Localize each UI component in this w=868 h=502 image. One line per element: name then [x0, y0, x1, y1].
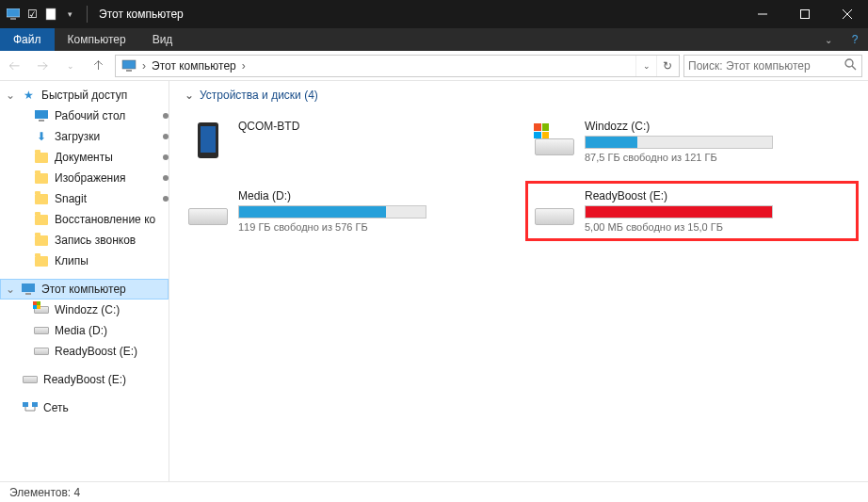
svg-line-10 [852, 66, 856, 70]
sidebar-item-label: Загрузки [55, 130, 100, 143]
pin-icon [163, 113, 169, 119]
breadcrumb-segment[interactable]: Этот компьютер [148, 59, 240, 73]
device-drive-c[interactable]: Windozz (C:) 87,5 ГБ свободно из 121 ГБ [525, 111, 859, 171]
section-title: Устройства и диски (4) [200, 89, 318, 102]
svg-rect-11 [35, 110, 48, 119]
search-input[interactable] [688, 59, 858, 73]
sidebar-drive-e[interactable]: ReadyBoost (E:) [0, 341, 169, 362]
chevron-down-icon[interactable]: ⌄ [6, 283, 15, 296]
sidebar-item-label: ReadyBoost (E:) [43, 373, 126, 386]
device-name: Windozz (C:) [585, 120, 850, 133]
device-name: ReadyBoost (E:) [585, 189, 850, 202]
sidebar-item-label: Рабочий стол [55, 109, 125, 122]
section-header[interactable]: ⌄ Устройства и диски (4) [179, 89, 859, 102]
sidebar-item-snagit[interactable]: Snagit [0, 188, 169, 209]
recent-locations-icon[interactable]: ⌄ [58, 54, 83, 78]
menu-view[interactable]: Вид [139, 28, 186, 51]
close-button[interactable] [826, 0, 868, 28]
sidebar-drive-c[interactable]: Windozz (C:) [0, 300, 169, 320]
menubar: Файл Компьютер Вид ⌄ ? [0, 28, 868, 51]
up-button[interactable]: 🡡 [87, 54, 111, 78]
sidebar-item-label: Документы [55, 151, 113, 164]
phone-icon [187, 120, 229, 161]
sidebar-item-label: Запись звонков [55, 234, 136, 247]
device-stat: 119 ГБ свободно из 576 ГБ [238, 221, 504, 233]
computer-icon [21, 282, 36, 297]
svg-rect-4 [800, 10, 809, 19]
sidebar-readyboost[interactable]: ReadyBoost (E:) [0, 369, 169, 390]
sidebar-item-label: Сеть [43, 401, 69, 414]
sidebar: ⌄ ★ Быстрый доступ Рабочий стол ⬇ Загруз… [0, 81, 169, 481]
chevron-down-icon[interactable]: ⌄ [6, 89, 15, 102]
refresh-icon[interactable]: ↻ [656, 56, 677, 76]
hdd-icon [187, 189, 229, 231]
address-dropdown-icon[interactable]: ⌄ [635, 56, 656, 76]
sidebar-item-clips[interactable]: Клипы [0, 251, 169, 271]
svg-rect-8 [126, 70, 132, 72]
back-button[interactable]: 🡠 [2, 54, 26, 78]
device-drive-e[interactable]: ReadyBoost (E:) 5,00 МБ свободно из 15,0… [525, 181, 859, 241]
folder-icon [34, 191, 49, 206]
sidebar-drive-d[interactable]: Media (D:) [0, 320, 169, 341]
sidebar-item-documents[interactable]: Документы [0, 147, 169, 168]
svg-rect-15 [23, 402, 28, 407]
search-box[interactable] [683, 55, 862, 77]
sidebar-item-label: Этот компьютер [41, 283, 126, 296]
folder-icon [34, 253, 49, 268]
usage-bar [585, 205, 773, 219]
device-stat: 5,00 МБ свободно из 15,0 ГБ [585, 221, 850, 233]
sidebar-this-pc[interactable]: ⌄ Этот компьютер [0, 279, 169, 300]
device-phone[interactable]: QCOM-BTD [179, 111, 512, 171]
sidebar-item-desktop[interactable]: Рабочий стол [0, 105, 169, 126]
svg-rect-0 [7, 8, 20, 17]
os-drive-icon [534, 120, 575, 161]
statusbar: Элементов: 4 [0, 481, 868, 502]
qat-new-icon[interactable] [43, 7, 58, 22]
pin-icon [163, 134, 169, 139]
address-bar[interactable]: › Этот компьютер › ⌄ ↻ [115, 55, 680, 77]
qat-properties-icon[interactable]: ☑ [24, 7, 40, 22]
menu-file[interactable]: Файл [0, 28, 55, 51]
device-name: QCOM-BTD [238, 120, 504, 133]
folder-icon [34, 212, 49, 227]
device-drive-d[interactable]: Media (D:) 119 ГБ свободно из 576 ГБ [179, 181, 512, 241]
folder-icon [34, 233, 49, 248]
maximize-button[interactable] [783, 0, 826, 28]
sidebar-item-callrec[interactable]: Запись звонков [0, 230, 169, 251]
pin-icon [163, 154, 169, 160]
forward-button[interactable]: 🡢 [30, 54, 55, 78]
sidebar-item-recovery[interactable]: Восстановление ко [0, 209, 169, 230]
help-icon[interactable]: ? [842, 28, 868, 51]
sidebar-item-downloads[interactable]: ⬇ Загрузки [0, 126, 169, 147]
downloads-icon: ⬇ [34, 129, 49, 144]
svg-rect-1 [10, 18, 16, 20]
device-name: Media (D:) [238, 189, 504, 202]
folder-icon [34, 150, 49, 165]
ribbon-expand-icon[interactable]: ⌄ [815, 28, 842, 51]
chevron-down-icon[interactable]: ⌄ [185, 89, 194, 102]
svg-rect-14 [25, 293, 31, 295]
network-icon [23, 400, 38, 415]
chevron-right-icon[interactable]: › [140, 59, 148, 73]
menu-computer[interactable]: Компьютер [55, 28, 139, 51]
usage-bar [585, 136, 773, 149]
sidebar-item-label: Изображения [55, 171, 125, 185]
sidebar-quick-access[interactable]: ⌄ ★ Быстрый доступ [0, 85, 169, 105]
minimize-button[interactable] [741, 0, 783, 28]
system-icon[interactable] [6, 7, 21, 22]
sidebar-item-label: ReadyBoost (E:) [55, 345, 137, 358]
drive-icon [23, 372, 38, 387]
sidebar-item-label: Клипы [55, 254, 88, 267]
qat-dropdown-icon[interactable]: ▾ [62, 7, 77, 22]
search-icon[interactable] [844, 58, 857, 73]
status-text: Элементов: 4 [9, 486, 80, 499]
usage-bar [238, 205, 426, 219]
svg-rect-16 [32, 402, 38, 407]
device-stat: 87,5 ГБ свободно из 121 ГБ [585, 152, 850, 163]
sidebar-item-label: Быстрый доступ [41, 89, 127, 102]
window-title: Этот компьютер [91, 8, 741, 21]
sidebar-item-pictures[interactable]: Изображения [0, 168, 169, 188]
sidebar-network[interactable]: Сеть [0, 397, 169, 418]
chevron-right-icon[interactable]: › [240, 59, 248, 73]
main-content: ⌄ Устройства и диски (4) QCOM-BTD Windoz… [169, 81, 868, 481]
